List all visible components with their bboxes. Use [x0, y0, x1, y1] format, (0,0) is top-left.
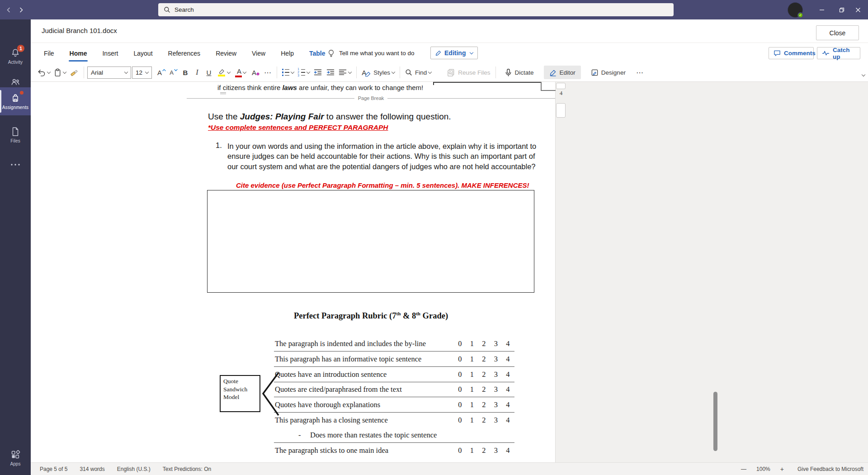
tab-layout[interactable]: Layout — [126, 43, 160, 63]
alignment-button[interactable] — [337, 66, 353, 79]
forward-icon[interactable] — [17, 6, 25, 14]
font-size-select[interactable]: 12 — [132, 66, 152, 79]
rubric-score-value: 0 — [454, 355, 466, 364]
decrease-indent-button[interactable] — [311, 66, 324, 79]
format-painter-button[interactable] — [68, 66, 80, 79]
quote-sandwich-text: Quote — [223, 377, 257, 385]
editing-mode-dropdown[interactable]: Editing — [430, 47, 478, 59]
highlight-button[interactable] — [215, 66, 233, 79]
tell-me-button[interactable]: Tell me what you want to do — [328, 45, 415, 61]
pen-icon — [435, 50, 442, 56]
editor-pen-icon — [549, 69, 557, 76]
bullet-list-button[interactable] — [280, 66, 296, 79]
sidebar-item-help[interactable]: Help — [0, 471, 31, 475]
text-predictions-indicator[interactable]: Text Predictions: On — [163, 466, 211, 472]
rubric-score-value: 2 — [478, 416, 490, 425]
sidebar-item-activity[interactable]: 1Activity — [0, 43, 31, 69]
undo-button[interactable] — [35, 66, 52, 79]
increase-indent-button[interactable] — [324, 66, 337, 79]
language-indicator[interactable]: English (U.S.) — [117, 466, 151, 472]
editor-label: Editor — [560, 69, 576, 76]
divider — [495, 66, 496, 78]
quote-sandwich-text: Model — [223, 393, 257, 401]
page-indicator[interactable]: Page 5 of 5 — [40, 466, 67, 472]
divider — [277, 66, 277, 78]
rubric-score-value: 3 — [490, 416, 502, 425]
reuse-files-button[interactable]: Reuse Files — [445, 66, 492, 79]
more-formatting-button[interactable]: ⋯ — [262, 66, 274, 79]
tab-home[interactable]: Home — [62, 43, 95, 63]
italic-button[interactable]: I — [191, 66, 203, 79]
gutter-marker[interactable] — [556, 103, 566, 118]
rubric-score-value: 2 — [478, 339, 490, 348]
proofing-mark — [220, 92, 226, 94]
tab-file[interactable]: File — [36, 43, 62, 63]
zoom-in-button[interactable]: + — [780, 466, 784, 473]
designer-icon — [591, 69, 599, 76]
editor-button[interactable]: Editor — [544, 66, 581, 79]
numbered-list-icon: 1 2 3 — [297, 68, 305, 76]
sidebar-item-assignments[interactable]: Assignments — [0, 87, 31, 115]
tell-me-label: Tell me what you want to do — [339, 50, 415, 57]
more-dots-icon — [10, 159, 20, 170]
minimize-button[interactable] — [812, 0, 832, 19]
chevron-down-icon — [243, 70, 246, 73]
find-magnifier-icon — [405, 69, 412, 76]
underline-button[interactable]: U — [203, 66, 215, 79]
word-ribbon: FileHomeInsertLayoutReferencesReviewView… — [31, 43, 868, 82]
chevron-down-icon — [63, 70, 66, 73]
sidebar-item-files[interactable]: Files — [0, 122, 31, 148]
sidebar-item-label: Apps — [10, 461, 20, 466]
styles-button[interactable]: A Styles — [360, 66, 396, 79]
comment-bubble-icon — [774, 50, 781, 57]
paste-button[interactable] — [52, 66, 68, 79]
tab-help[interactable]: Help — [273, 43, 302, 63]
rubric-score-value: 3 — [490, 339, 502, 348]
collapse-ribbon-button[interactable] — [858, 69, 868, 80]
feedback-link[interactable]: Give Feedback to Microsoft — [797, 466, 863, 472]
grow-font-button[interactable]: A — [156, 66, 168, 79]
rubric-score-value: 4 — [502, 385, 514, 394]
tab-review[interactable]: Review — [208, 43, 244, 63]
doc-red-instruction: *Use complete sentences and PERFECT PARA… — [208, 124, 388, 132]
rubric-separator-line — [274, 397, 514, 397]
shrink-font-button[interactable]: A — [168, 66, 179, 79]
bold-button[interactable]: B — [179, 66, 191, 79]
sidebar-item-label: Assignments — [2, 105, 28, 110]
activity-badge: 1 — [17, 45, 24, 52]
sidebar-item-apps[interactable]: Apps — [0, 445, 31, 471]
divider — [400, 66, 400, 78]
dictate-button[interactable]: Dictate — [499, 66, 539, 79]
styles-brush-icon — [365, 71, 371, 77]
tab-view[interactable]: View — [244, 43, 273, 63]
comments-button[interactable]: Comments — [769, 47, 814, 59]
rubric-score-value: 0 — [454, 339, 466, 348]
rubric-score-scale: 01234 — [454, 385, 514, 394]
designer-button[interactable]: Designer — [585, 66, 631, 79]
find-button[interactable]: Find — [403, 66, 433, 79]
tab-insert[interactable]: Insert — [94, 43, 126, 63]
styles-label: Styles — [373, 69, 390, 76]
back-icon[interactable] — [5, 6, 13, 14]
zoom-out-button[interactable]: — — [741, 466, 746, 472]
font-name-select[interactable]: Arial — [87, 66, 131, 79]
answer-box[interactable] — [207, 190, 534, 293]
tab-references[interactable]: References — [160, 43, 208, 63]
sidebar-item-label: Files — [10, 138, 20, 143]
user-avatar[interactable]: ✓ — [788, 2, 803, 18]
numbered-list-button[interactable]: 1 2 3 — [296, 66, 311, 79]
gutter-marker[interactable] — [556, 83, 566, 89]
more-commands-button[interactable]: ⋯ — [634, 66, 646, 79]
sidebar-item-more[interactable] — [0, 152, 31, 178]
close-window-button[interactable] — [848, 0, 868, 19]
catch-up-button[interactable]: Catch up — [817, 47, 860, 59]
search-input[interactable]: Search — [158, 3, 674, 16]
clear-formatting-button[interactable]: A — [250, 66, 262, 79]
vertical-scrollbar-thumb[interactable] — [713, 392, 717, 451]
close-document-button[interactable]: Close — [816, 25, 859, 40]
page-surface[interactable]: if citizens think entire laws are unfair… — [31, 82, 868, 462]
word-count[interactable]: 314 words — [80, 466, 104, 472]
font-color-button[interactable]: A — [233, 66, 250, 79]
zoom-level[interactable]: 100% — [756, 466, 770, 472]
rubric-score-scale: 01234 — [454, 370, 514, 379]
